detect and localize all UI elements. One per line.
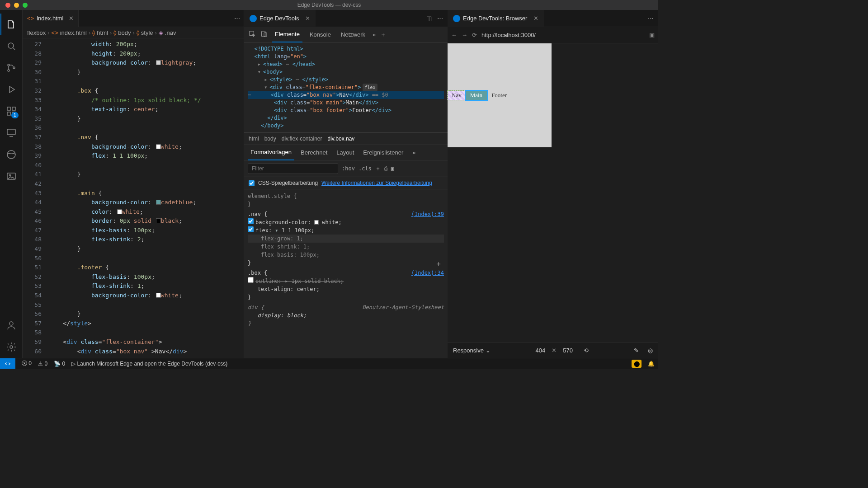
svg-rect-8 [7,129,15,135]
devtools-tabs: Edge DevTools ✕ ◫ ⋯ [244,10,448,27]
dom-tree[interactable]: <!DOCTYPE html> <html lang="en"> ▸<head>… [244,42,448,132]
explorer-icon[interactable] [0,14,22,35]
line-gutter: 2728293031323334353637383940414243444546… [23,39,49,358]
editor-tabs: <> index.html ✕ ⋯ [23,10,244,27]
chevron-down-icon: ⌄ [486,347,491,354]
viewport-height[interactable]: 570 [563,347,573,354]
breadcrumb[interactable]: flexbox› <> index.html› ⟠ html› ⟠ body› … [23,27,244,39]
svg-point-0 [8,43,14,48]
computed-styles-icon[interactable]: ⎙ [384,165,387,172]
close-tab-icon[interactable]: ✕ [69,15,74,22]
device-mode-dropdown[interactable]: Responsive ⌄ [453,347,491,354]
css-mirror-label: CSS-Spiegelbearbeitung [258,180,318,186]
device-toolbar: Responsive ⌄ 404 ✕ 570 ⟲ ✎ ◎ [448,343,658,358]
editor-more-icon[interactable]: ⋯ [234,15,240,22]
target-icon[interactable]: ◎ [648,347,653,354]
tab-layout[interactable]: Layout [334,145,357,160]
remote-indicator[interactable] [0,358,15,369]
nav-forward-icon[interactable]: → [462,32,467,38]
dom-breadcrumb[interactable]: html body div.flex-container div.box.nav [244,132,448,145]
launch-edge-status[interactable]: ▷ Launch Microsoft Edge and open the Edg… [71,361,227,367]
prop-toggle[interactable] [248,226,254,232]
extensions-icon[interactable]: 1 [0,100,22,122]
notifications-icon[interactable]: 🔔 [648,361,655,367]
search-icon[interactable] [0,35,22,57]
problems-errors[interactable]: ⓧ 0 [22,360,32,367]
tab-netzwerk[interactable]: Netzwerk [338,27,368,42]
tab-formatvorlagen[interactable]: Formatvorlagen [248,145,294,160]
svg-point-13 [10,346,13,348]
rule-source-link[interactable]: (Index):34 [411,269,444,277]
image-preview-icon[interactable] [0,165,22,187]
close-window-button[interactable] [5,3,10,8]
status-bar: ⓧ 0 ⚠ 0 📡 0 ▷ Launch Microsoft Edge and … [0,358,658,369]
open-devtools-icon[interactable]: ▣ [649,32,655,38]
styles-filter-bar: :hov .cls ＋ ⎙ ▣ [244,160,448,177]
url-bar[interactable]: http://localhost:3000/ [481,32,645,38]
rotate-icon[interactable]: ⟲ [584,347,589,354]
tab-konsole[interactable]: Konsole [307,27,334,42]
eyedropper-icon[interactable]: ✎ [634,347,639,354]
new-style-rule-icon[interactable]: ＋ [375,165,381,173]
demo-nav-box[interactable]: Nav [448,91,466,100]
styles-subtabs: Formatvorlagen Berechnet Layout Ereignis… [244,145,448,160]
close-tab-icon[interactable]: ✕ [305,15,310,22]
more-subtabs-icon[interactable]: » [410,145,418,160]
editor-tab-label: index.html [37,15,63,22]
device-emulation-icon[interactable] [260,30,268,39]
reload-icon[interactable]: ⟳ [472,32,477,38]
css-mirror-checkbox[interactable] [249,180,255,186]
html-file-icon: <> [27,15,34,22]
run-debug-icon[interactable] [0,79,22,100]
inspect-icon[interactable] [249,30,256,39]
devtools-toolbar: Elemente Konsole Netzwerk » ＋ [244,27,448,42]
more-tabs-icon[interactable]: » [373,31,376,38]
tab-elemente[interactable]: Elemente [272,27,302,42]
status-warning-badge[interactable]: ⬤ [632,360,642,368]
browser-tabs: Edge DevTools: Browser ✕ ⋯ [448,10,658,27]
hov-toggle[interactable]: :hov [342,165,355,172]
accounts-icon[interactable] [0,314,22,336]
settings-icon[interactable] [0,336,22,358]
code-area[interactable]: width: 200px; height: 200px; background-… [49,39,244,358]
edge-icon [453,15,460,22]
source-control-icon[interactable] [0,57,22,79]
svg-point-3 [13,67,15,69]
tab-berechnet[interactable]: Berechnet [298,145,330,160]
add-tab-icon[interactable]: ＋ [380,31,386,39]
title-bar: Edge DevTools — dev-css [0,0,658,10]
demo-main-box[interactable]: Main [466,91,487,100]
activity-bar: 1 [0,10,23,358]
cls-toggle[interactable]: .cls [359,165,372,172]
prop-toggle[interactable] [248,277,254,283]
tab-ereignislistener[interactable]: Ereignislistener [360,145,406,160]
more-icon[interactable]: ⋯ [648,15,654,22]
styles-filter-input[interactable] [248,163,338,174]
edge-icon [250,15,257,22]
rendering-icon[interactable]: ▣ [391,165,394,172]
nav-back-icon[interactable]: ← [451,32,457,38]
maximize-window-button[interactable] [23,3,28,8]
more-icon[interactable]: ⋯ [437,15,443,22]
add-property-icon[interactable]: ＋ [435,260,442,268]
minimize-window-button[interactable] [14,3,19,8]
prop-toggle[interactable] [248,218,254,224]
demo-footer-box[interactable]: Footer [487,91,511,100]
browser-viewport[interactable]: Nav Main Footer [448,43,658,343]
rule-source-link[interactable]: (Index):39 [411,210,444,218]
styles-rules[interactable]: element.style { } (Index):39 .nav { back… [244,189,448,358]
close-tab-icon[interactable]: ✕ [533,15,538,22]
ports-status[interactable]: 📡 0 [54,361,65,367]
problems-warnings[interactable]: ⚠ 0 [38,361,47,367]
split-editor-icon[interactable]: ◫ [426,15,432,22]
html-file-icon: <> [52,29,58,36]
remote-explorer-icon[interactable] [0,122,22,144]
browser-tab[interactable]: Edge DevTools: Browser ✕ [448,10,544,27]
editor-tab-index-html[interactable]: <> index.html ✕ [23,10,79,27]
svg-point-12 [9,322,13,325]
css-mirror-info-link[interactable]: Weitere Informationen zur Spiegelbearbei… [321,180,432,186]
viewport-width[interactable]: 404 [536,347,546,354]
devtools-tab[interactable]: Edge DevTools ✕ [244,10,316,27]
edge-tools-icon[interactable] [0,144,22,165]
svg-point-2 [8,70,9,71]
